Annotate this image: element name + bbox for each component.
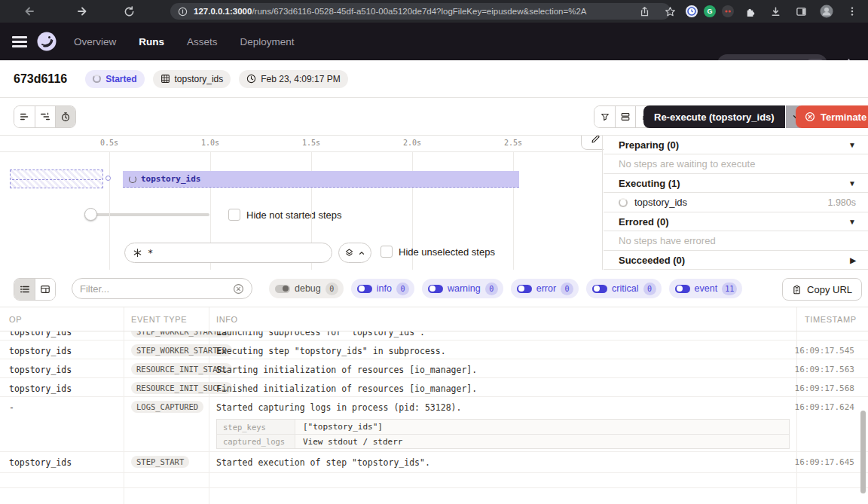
log-toolbar: debug 0 info 0 warning 0 error 0 critica…: [0, 270, 868, 307]
log-table: OP EVENT TYPE INFO TIMESTAMP topstory_id…: [0, 307, 868, 504]
level-warning[interactable]: warning 0: [422, 279, 503, 298]
caret-down-icon[interactable]: ▼: [848, 218, 856, 226]
caret-right-icon[interactable]: ▶: [850, 256, 856, 264]
log-row-empty: [0, 473, 868, 488]
browser-back-icon[interactable]: [20, 2, 39, 21]
copy-url-button[interactable]: Copy URL: [782, 278, 862, 301]
profile-avatar[interactable]: [817, 2, 836, 21]
list-view-icon[interactable]: [14, 279, 35, 300]
layers-icon: [344, 248, 354, 258]
address-bar[interactable]: 127.0.0.1:3000/runs/673d6116-0528-45df-a…: [170, 3, 671, 20]
level-info[interactable]: info 0: [351, 279, 414, 298]
gantt-chart: 0.5s 1.0s 1.5s 2.0s 2.5s topstory_ids: [0, 136, 603, 270]
event-type-badge: LOGS_CAPTURED: [131, 401, 203, 413]
grammarly-icon[interactable]: G: [704, 5, 716, 17]
clock-icon: [246, 74, 256, 84]
op-selector-icon: [133, 248, 142, 258]
executing-step-row[interactable]: topstory_ids 1.980s: [604, 193, 868, 212]
nav-menu-icon[interactable]: [12, 32, 30, 50]
preparing-empty-text: No steps are waiting to execute: [604, 154, 868, 174]
share-icon[interactable]: [634, 2, 654, 21]
step-selection-inputbox[interactable]: [124, 243, 332, 263]
browser-forward-icon[interactable]: [72, 2, 92, 21]
log-filter-input[interactable]: [80, 283, 223, 295]
run-header: 673d6116 Started topstory_ids Feb 23, 4:…: [0, 60, 868, 98]
browser-toolbar: 127.0.0.1:3000/runs/673d6116-0528-45df-a…: [0, 0, 868, 23]
gantt-step-bar[interactable]: topstory_ids: [123, 171, 519, 188]
rows-icon[interactable]: [615, 106, 635, 127]
column-event-type: EVENT TYPE: [131, 315, 187, 324]
clipboard-icon: [792, 285, 802, 295]
downloads-icon[interactable]: [766, 2, 785, 21]
app-header: Overview Runs Assets Deployment Search..…: [0, 23, 868, 60]
filter-funnel-icon[interactable]: [594, 106, 615, 127]
log-table-header: OP EVENT TYPE INFO TIMESTAMP: [0, 307, 868, 331]
caret-down-icon[interactable]: ▼: [848, 179, 856, 188]
gantt-time-axis: 0.5s 1.0s 1.5s 2.0s 2.5s: [0, 136, 603, 152]
level-debug[interactable]: debug 0: [269, 279, 344, 298]
nav-item-overview[interactable]: Overview: [74, 36, 116, 47]
step-selection-input[interactable]: [148, 248, 298, 258]
toggle-on-icon: [357, 285, 372, 293]
gantt-view-mode-segment: [14, 105, 76, 128]
extension-clock-icon[interactable]: [686, 5, 698, 17]
log-row-partial[interactable]: topstory_ids STEP_WORKER_STARTI… Launchi…: [0, 331, 868, 341]
toggle-on-icon: [428, 285, 443, 293]
browser-reload-icon[interactable]: [119, 2, 139, 21]
log-row[interactable]: topstory_ids STEP_START Started executio…: [0, 452, 868, 473]
log-row-logs-captured[interactable]: - LOGS_CAPTURED Started capturing logs i…: [0, 397, 868, 452]
log-row[interactable]: topstory_ids RESOURCE_INIT_STAR… Startin…: [0, 359, 868, 378]
browser-menu-icon[interactable]: [842, 2, 862, 21]
chevron-up-icon: [358, 249, 365, 257]
step-bar-label: topstory_ids: [141, 174, 200, 184]
graph-query-toggle-button[interactable]: [338, 243, 371, 263]
executing-step-name: topstory_ids: [634, 197, 687, 208]
bookmark-star-icon[interactable]: [660, 2, 680, 21]
terminate-button[interactable]: Terminate: [796, 105, 868, 128]
view-stdout-stderr-link[interactable]: View stdout / stderr: [295, 435, 789, 448]
waterfall-view-icon[interactable]: [35, 106, 55, 127]
log-filter-box[interactable]: [72, 278, 252, 299]
section-preparing[interactable]: Preparing (0) ▼: [604, 136, 868, 154]
log-row[interactable]: topstory_ids STEP_WORKER_STARTED Executi…: [0, 341, 868, 359]
gantt-section: 0.5s 1.0s 1.5s 2.0s 2.5s topstory_ids: [0, 136, 868, 270]
clear-filter-icon[interactable]: [233, 283, 244, 295]
nav-tabs: Overview Runs Assets Deployment: [74, 36, 295, 47]
darkreader-icon[interactable]: [722, 5, 734, 17]
toggle-on-icon: [592, 285, 607, 293]
nav-item-assets[interactable]: Assets: [187, 36, 218, 47]
log-row[interactable]: topstory_ids RESOURCE_INIT_SUCC… Finishe…: [0, 378, 868, 397]
caret-down-icon[interactable]: ▼: [848, 141, 856, 149]
level-critical[interactable]: critical 0: [586, 279, 661, 298]
step-selection-bar: Hide unselected steps: [0, 243, 603, 265]
section-errored[interactable]: Errored (0) ▼: [604, 212, 868, 231]
level-event[interactable]: event 11: [669, 279, 743, 298]
extensions-puzzle-icon[interactable]: [740, 2, 760, 21]
structured-view-icon[interactable]: [35, 279, 55, 300]
meta-key: captured_logs: [217, 435, 295, 448]
axis-tick: 0.5s: [100, 139, 118, 147]
run-time-tag: Feb 23, 4:09:17 PM: [239, 70, 347, 88]
section-executing[interactable]: Executing (1) ▼: [604, 174, 868, 193]
hide-unselected-checkbox[interactable]: [381, 246, 393, 258]
flat-view-icon[interactable]: [14, 106, 35, 127]
meta-key: step_keys: [217, 420, 295, 434]
nav-item-deployment[interactable]: Deployment: [240, 36, 295, 47]
run-id: 673d6116: [14, 72, 67, 86]
reexecute-button[interactable]: Re-execute (topstory_ids): [643, 105, 785, 128]
nav-item-runs[interactable]: Runs: [139, 36, 164, 47]
event-metadata-table: step_keys ["topstory_ids"] captured_logs…: [216, 419, 790, 449]
side-panel-icon[interactable]: [791, 2, 811, 21]
log-scrollbar-thumb[interactable]: [860, 411, 866, 493]
column-info: INFO: [216, 315, 238, 324]
level-error[interactable]: error 0: [511, 279, 579, 298]
job-tag[interactable]: topstory_ids: [153, 70, 231, 88]
gantt-toolbar: Hide not started steps Re-execute (topst…: [0, 98, 868, 136]
step-waiting-box[interactable]: [10, 170, 103, 188]
executing-step-elapsed: 1.980s: [827, 197, 856, 208]
log-level-filters: debug 0 info 0 warning 0 error 0 critica…: [269, 279, 742, 298]
timed-view-icon[interactable]: [55, 106, 75, 127]
event-type-badge: STEP_START: [131, 456, 189, 468]
dagster-logo[interactable]: [36, 31, 57, 52]
section-succeeded[interactable]: Succeeded (0) ▶: [604, 251, 868, 270]
